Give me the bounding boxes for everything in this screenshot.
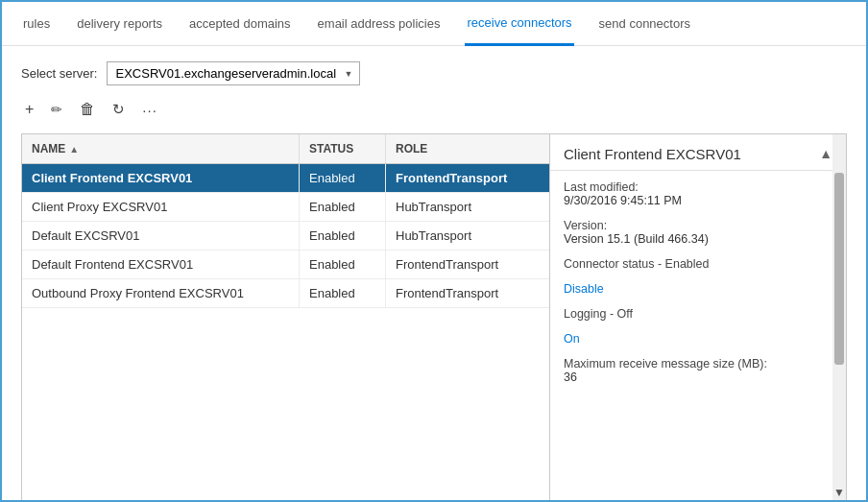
detail-scrollbar: ▼ [832, 134, 846, 502]
detail-field-label: Connector status - Enabled [564, 257, 832, 271]
detail-field-value: 36 [564, 371, 832, 384]
sort-arrow-icon: ▲ [69, 144, 79, 155]
server-label: Select server: [21, 66, 97, 81]
detail-link-on[interactable]: On [564, 332, 580, 346]
detail-field-label: Last modified: [564, 180, 832, 194]
more-button[interactable]: ··· [138, 100, 161, 120]
cell-role: HubTransport [386, 222, 549, 250]
cell-name: Outbound Proxy Frontend EXCSRV01 [22, 279, 300, 307]
col-header-role: ROLE [386, 134, 549, 163]
cell-role: FrontendTransport [386, 164, 549, 192]
nav-item-delivery-reports[interactable]: delivery reports [75, 2, 164, 46]
table-row[interactable]: Outbound Proxy Frontend EXCSRV01EnabledF… [22, 279, 549, 308]
detail-field: Logging - Off [564, 307, 832, 321]
nav-bar: rulesdelivery reportsaccepted domainsema… [2, 2, 866, 46]
detail-field-label: Logging - Off [564, 307, 832, 321]
detail-field: Version:Version 15.1 (Build 466.34) [564, 219, 832, 246]
detail-field: Disable [564, 282, 832, 296]
detail-body: Last modified:9/30/2016 9:45:11 PMVersio… [550, 171, 846, 502]
server-select-wrapper: EXCSRV01.exchangeserveradmin.local [107, 61, 360, 85]
scrollbar-thumb [834, 173, 844, 365]
server-row: Select server: EXCSRV01.exchangeserverad… [21, 61, 847, 85]
cell-status: Enabled [300, 251, 386, 278]
refresh-button[interactable]: ↻ [108, 99, 129, 120]
server-select[interactable]: EXCSRV01.exchangeserveradmin.local [107, 61, 360, 85]
nav-item-email-address-policies[interactable]: email address policies [316, 2, 443, 46]
scroll-down-button[interactable]: ▼ [833, 486, 845, 499]
detail-field-label: Maximum receive message size (MB): [564, 357, 832, 371]
cell-status: Enabled [300, 164, 386, 192]
table-row[interactable]: Client Proxy EXCSRV01EnabledHubTransport [22, 193, 549, 222]
detail-field: On [564, 332, 832, 346]
detail-field: Last modified:9/30/2016 9:45:11 PM [564, 180, 832, 207]
nav-item-send-connectors[interactable]: send connectors [597, 2, 692, 46]
nav-item-receive-connectors[interactable]: receive connectors [465, 2, 573, 46]
cell-name: Client Proxy EXCSRV01 [22, 193, 300, 221]
nav-item-rules[interactable]: rules [21, 2, 52, 46]
detail-field-label: Version: [564, 219, 832, 232]
cell-role: FrontendTransport [386, 251, 549, 278]
table-header: NAME ▲ STATUS ROLE [22, 134, 549, 164]
detail-title: Client Frontend EXCSRV01 [564, 146, 741, 162]
detail-header: Client Frontend EXCSRV01 ▲ [550, 134, 846, 171]
detail-link-disable[interactable]: Disable [564, 282, 604, 296]
col-header-status: STATUS [300, 134, 386, 163]
cell-role: HubTransport [386, 193, 549, 221]
nav-item-accepted-domains[interactable]: accepted domains [187, 2, 293, 46]
detail-field-value: 9/30/2016 9:45:11 PM [564, 194, 832, 207]
cell-name: Client Frontend EXCSRV01 [22, 164, 300, 192]
col-header-name: NAME ▲ [22, 134, 300, 163]
detail-field: Maximum receive message size (MB):36 [564, 357, 832, 384]
cell-status: Enabled [300, 279, 386, 307]
main-content: Select server: EXCSRV01.exchangeserverad… [2, 46, 866, 502]
scroll-up-button[interactable]: ▲ [819, 146, 832, 161]
detail-field: Connector status - Enabled [564, 257, 832, 271]
table-row[interactable]: Default EXCSRV01EnabledHubTransport [22, 222, 549, 251]
cell-name: Default EXCSRV01 [22, 222, 300, 250]
add-button[interactable]: + [21, 99, 37, 120]
cell-name: Default Frontend EXCSRV01 [22, 251, 300, 278]
toolbar: + ✏ 🗑 ↻ ··· [21, 99, 847, 120]
table-row[interactable]: Default Frontend EXCSRV01EnabledFrontend… [22, 251, 549, 279]
table-row[interactable]: Client Frontend EXCSRV01EnabledFrontendT… [22, 164, 549, 193]
delete-button[interactable]: 🗑 [76, 99, 99, 120]
cell-role: FrontendTransport [386, 279, 549, 307]
cell-status: Enabled [300, 222, 386, 250]
table-section: NAME ▲ STATUS ROLE Client Frontend EXCSR… [22, 134, 550, 502]
detail-section: Client Frontend EXCSRV01 ▲ Last modified… [550, 134, 846, 502]
cell-status: Enabled [300, 193, 386, 221]
table-body: Client Frontend EXCSRV01EnabledFrontendT… [22, 164, 549, 502]
split-area: NAME ▲ STATUS ROLE Client Frontend EXCSR… [21, 133, 847, 502]
detail-field-value: Version 15.1 (Build 466.34) [564, 232, 832, 246]
edit-button[interactable]: ✏ [47, 100, 66, 119]
